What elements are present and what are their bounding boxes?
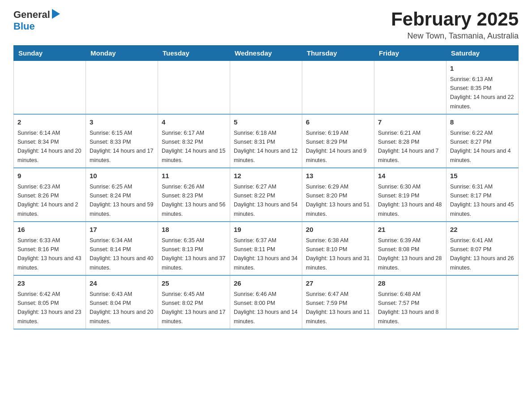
day-number: 2 (17, 117, 82, 128)
day-cell: 11Sunrise: 6:26 AMSunset: 8:23 PMDayligh… (158, 168, 230, 222)
day-number: 4 (162, 117, 226, 128)
day-info: Sunrise: 6:39 AMSunset: 8:08 PMDaylight:… (378, 237, 442, 271)
day-info: Sunrise: 6:43 AMSunset: 8:04 PMDaylight:… (90, 291, 153, 325)
day-info: Sunrise: 6:33 AMSunset: 8:16 PMDaylight:… (17, 237, 81, 271)
day-cell (374, 61, 446, 115)
day-cell: 2Sunrise: 6:14 AMSunset: 8:34 PMDaylight… (14, 114, 86, 168)
day-cell: 21Sunrise: 6:39 AMSunset: 8:08 PMDayligh… (374, 222, 446, 275)
week-row-2: 2Sunrise: 6:14 AMSunset: 8:34 PMDaylight… (14, 114, 519, 168)
day-info: Sunrise: 6:34 AMSunset: 8:14 PMDaylight:… (90, 237, 153, 271)
day-cell: 3Sunrise: 6:15 AMSunset: 8:33 PMDaylight… (86, 114, 158, 168)
calendar-subtitle: New Town, Tasmania, Australia (391, 31, 519, 41)
day-info: Sunrise: 6:48 AMSunset: 7:57 PMDaylight:… (378, 291, 439, 325)
day-cell (230, 61, 302, 115)
day-cell: 22Sunrise: 6:41 AMSunset: 8:07 PMDayligh… (446, 222, 519, 275)
day-info: Sunrise: 6:46 AMSunset: 8:00 PMDaylight:… (234, 291, 297, 325)
day-cell: 10Sunrise: 6:25 AMSunset: 8:24 PMDayligh… (86, 168, 158, 222)
day-info: Sunrise: 6:18 AMSunset: 8:31 PMDaylight:… (234, 130, 297, 163)
day-number: 22 (450, 225, 515, 235)
day-number: 3 (90, 117, 154, 128)
day-info: Sunrise: 6:15 AMSunset: 8:33 PMDaylight:… (90, 130, 153, 163)
day-info: Sunrise: 6:47 AMSunset: 7:59 PMDaylight:… (306, 291, 369, 325)
day-number: 25 (162, 278, 226, 289)
day-info: Sunrise: 6:38 AMSunset: 8:10 PMDaylight:… (306, 237, 369, 271)
day-number: 12 (234, 171, 298, 181)
logo: General Blue (13, 9, 60, 32)
day-number: 15 (450, 171, 515, 181)
day-info: Sunrise: 6:42 AMSunset: 8:05 PMDaylight:… (17, 291, 81, 325)
day-cell (446, 275, 519, 329)
day-cell: 24Sunrise: 6:43 AMSunset: 8:04 PMDayligh… (86, 275, 158, 329)
day-info: Sunrise: 6:27 AMSunset: 8:22 PMDaylight:… (234, 184, 297, 217)
day-cell: 25Sunrise: 6:45 AMSunset: 8:02 PMDayligh… (158, 275, 230, 329)
day-header-wednesday: Wednesday (230, 46, 302, 61)
day-cell: 19Sunrise: 6:37 AMSunset: 8:11 PMDayligh… (230, 222, 302, 275)
day-number: 1 (450, 64, 515, 74)
day-info: Sunrise: 6:23 AMSunset: 8:26 PMDaylight:… (17, 184, 78, 217)
week-row-3: 9Sunrise: 6:23 AMSunset: 8:26 PMDaylight… (14, 168, 519, 222)
day-number: 19 (234, 225, 298, 235)
day-cell: 4Sunrise: 6:17 AMSunset: 8:32 PMDaylight… (158, 114, 230, 168)
day-cell: 7Sunrise: 6:21 AMSunset: 8:28 PMDaylight… (374, 114, 446, 168)
day-number: 28 (378, 278, 442, 289)
calendar-body: 1Sunrise: 6:13 AMSunset: 8:35 PMDaylight… (14, 61, 519, 330)
day-info: Sunrise: 6:31 AMSunset: 8:17 PMDaylight:… (450, 184, 514, 217)
day-info: Sunrise: 6:17 AMSunset: 8:32 PMDaylight:… (162, 130, 225, 163)
day-number: 5 (234, 117, 298, 128)
day-info: Sunrise: 6:37 AMSunset: 8:11 PMDaylight:… (234, 237, 297, 271)
day-number: 7 (378, 117, 442, 128)
day-info: Sunrise: 6:35 AMSunset: 8:13 PMDaylight:… (162, 237, 225, 271)
days-of-week-row: SundayMondayTuesdayWednesdayThursdayFrid… (14, 46, 519, 61)
day-cell: 1Sunrise: 6:13 AMSunset: 8:35 PMDaylight… (446, 61, 519, 115)
calendar-table: SundayMondayTuesdayWednesdayThursdayFrid… (13, 45, 519, 330)
day-number: 13 (306, 171, 370, 181)
page-header: General Blue February 2025 New Town, Tas… (13, 9, 519, 41)
day-cell: 8Sunrise: 6:22 AMSunset: 8:27 PMDaylight… (446, 114, 519, 168)
day-info: Sunrise: 6:21 AMSunset: 8:28 PMDaylight:… (378, 130, 439, 163)
day-number: 21 (378, 225, 442, 235)
week-row-1: 1Sunrise: 6:13 AMSunset: 8:35 PMDaylight… (14, 61, 519, 115)
day-cell: 18Sunrise: 6:35 AMSunset: 8:13 PMDayligh… (158, 222, 230, 275)
day-info: Sunrise: 6:19 AMSunset: 8:29 PMDaylight:… (306, 130, 367, 163)
day-cell: 28Sunrise: 6:48 AMSunset: 7:57 PMDayligh… (374, 275, 446, 329)
day-cell (86, 61, 158, 115)
day-cell: 13Sunrise: 6:29 AMSunset: 8:20 PMDayligh… (302, 168, 374, 222)
logo-general-text: General (13, 9, 50, 21)
day-info: Sunrise: 6:13 AMSunset: 8:35 PMDaylight:… (450, 76, 514, 110)
day-number: 8 (450, 117, 515, 128)
calendar-header: SundayMondayTuesdayWednesdayThursdayFrid… (14, 46, 519, 61)
day-cell (158, 61, 230, 115)
title-block: February 2025 New Town, Tasmania, Austra… (391, 9, 519, 41)
day-cell: 16Sunrise: 6:33 AMSunset: 8:16 PMDayligh… (14, 222, 86, 275)
day-number: 17 (90, 225, 154, 235)
day-cell: 20Sunrise: 6:38 AMSunset: 8:10 PMDayligh… (302, 222, 374, 275)
day-header-tuesday: Tuesday (158, 46, 230, 61)
day-info: Sunrise: 6:41 AMSunset: 8:07 PMDaylight:… (450, 237, 514, 271)
day-info: Sunrise: 6:29 AMSunset: 8:20 PMDaylight:… (306, 184, 369, 217)
day-info: Sunrise: 6:45 AMSunset: 8:02 PMDaylight:… (162, 291, 225, 325)
day-cell: 15Sunrise: 6:31 AMSunset: 8:17 PMDayligh… (446, 168, 519, 222)
day-number: 9 (17, 171, 82, 181)
day-number: 6 (306, 117, 370, 128)
day-number: 10 (90, 171, 154, 181)
logo-arrow-icon (52, 9, 60, 19)
day-header-monday: Monday (86, 46, 158, 61)
day-number: 26 (234, 278, 298, 289)
day-number: 11 (162, 171, 226, 181)
day-cell: 14Sunrise: 6:30 AMSunset: 8:19 PMDayligh… (374, 168, 446, 222)
day-info: Sunrise: 6:14 AMSunset: 8:34 PMDaylight:… (17, 130, 81, 163)
day-cell: 26Sunrise: 6:46 AMSunset: 8:00 PMDayligh… (230, 275, 302, 329)
day-number: 14 (378, 171, 442, 181)
calendar-title: February 2025 (391, 9, 519, 30)
day-number: 20 (306, 225, 370, 235)
week-row-5: 23Sunrise: 6:42 AMSunset: 8:05 PMDayligh… (14, 275, 519, 329)
day-number: 24 (90, 278, 154, 289)
day-cell: 6Sunrise: 6:19 AMSunset: 8:29 PMDaylight… (302, 114, 374, 168)
day-cell: 9Sunrise: 6:23 AMSunset: 8:26 PMDaylight… (14, 168, 86, 222)
day-info: Sunrise: 6:25 AMSunset: 8:24 PMDaylight:… (90, 184, 153, 217)
day-info: Sunrise: 6:30 AMSunset: 8:19 PMDaylight:… (378, 184, 442, 217)
day-header-thursday: Thursday (302, 46, 374, 61)
day-info: Sunrise: 6:22 AMSunset: 8:27 PMDaylight:… (450, 130, 511, 163)
day-cell: 5Sunrise: 6:18 AMSunset: 8:31 PMDaylight… (230, 114, 302, 168)
week-row-4: 16Sunrise: 6:33 AMSunset: 8:16 PMDayligh… (14, 222, 519, 275)
